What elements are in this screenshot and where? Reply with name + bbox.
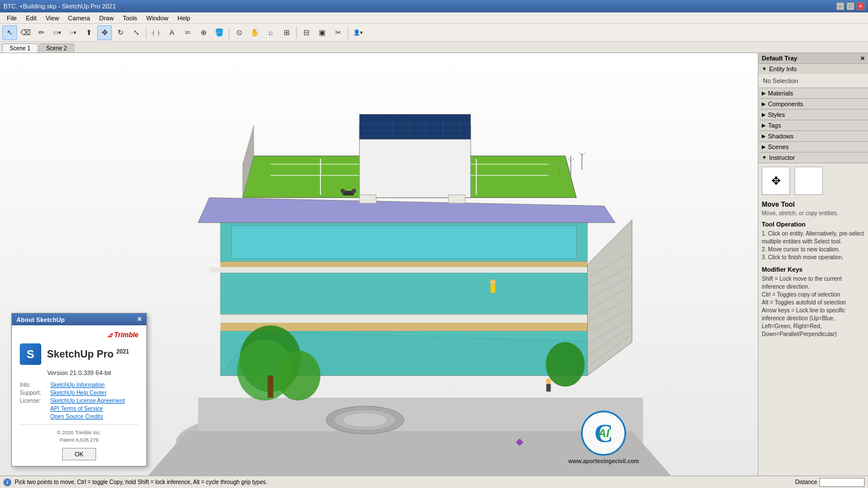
- tool-tape[interactable]: ┤ ├: [149, 25, 163, 40]
- tool-rotate[interactable]: ↻: [113, 25, 128, 40]
- tags-header[interactable]: ▶ Tags: [758, 120, 868, 130]
- title-text: BTC. +Building.skp - SketchUp Pro 2021: [3, 3, 116, 10]
- trimble-brand: ⊿ Trimble: [20, 331, 138, 339]
- minimize-button[interactable]: ─: [836, 2, 844, 10]
- materials-header[interactable]: ▶ Materials: [758, 88, 868, 98]
- license-link[interactable]: SketchUp License Agreement: [50, 398, 125, 404]
- tool-pushpull[interactable]: ⬆: [81, 25, 96, 40]
- scenes-section: ▶ Scenes: [758, 142, 868, 152]
- instructor-panel: ✥ Move Tool Move, stretch, or copy entit…: [758, 163, 868, 476]
- menu-help[interactable]: Help: [173, 14, 195, 23]
- tool-operation-title: Tool Operation: [762, 221, 865, 228]
- tool-3dtext[interactable]: 3D: [180, 25, 195, 40]
- tool-text[interactable]: A: [164, 25, 179, 40]
- about-popup-close[interactable]: ✕: [137, 316, 142, 323]
- menu-view[interactable]: View: [41, 14, 64, 23]
- tool-account[interactable]: 👤▾: [350, 25, 365, 40]
- sep1: [146, 27, 146, 39]
- maximize-button[interactable]: □: [847, 2, 854, 10]
- svg-point-60: [546, 378, 552, 384]
- statusbar: i Pick two points to move. Ctrl = toggle…: [0, 476, 868, 488]
- tool-section-cut[interactable]: ✂: [331, 25, 345, 40]
- svg-marker-6: [220, 315, 588, 323]
- svg-rect-59: [491, 285, 495, 293]
- default-tray-header: Default Tray ✕: [758, 53, 868, 64]
- trimble-text: Trimble: [114, 331, 138, 339]
- components-label: Components: [768, 101, 803, 107]
- info-link[interactable]: SketchUp Information: [50, 382, 105, 388]
- instructor-arrow: ▼: [762, 155, 767, 160]
- svg-marker-7: [220, 273, 588, 315]
- tool-section-plane[interactable]: ⊟: [299, 25, 314, 40]
- license-label: License:: [20, 398, 48, 404]
- tool-select[interactable]: ↖: [2, 25, 17, 40]
- tool-rect[interactable]: ▭▾: [50, 25, 64, 40]
- scene-tabs: Scene 1 Scene 2: [0, 42, 868, 53]
- watermark-logo: C AI: [581, 411, 626, 456]
- tool-paint[interactable]: 🪣: [212, 25, 227, 40]
- svg-marker-9: [220, 262, 588, 267]
- components-section: ▶ Components: [758, 99, 868, 110]
- menu-window[interactable]: Window: [142, 14, 173, 23]
- svg-point-44: [276, 351, 320, 401]
- materials-section: ▶ Materials: [758, 88, 868, 99]
- entity-info-arrow: ▼: [762, 66, 767, 72]
- instructor-icons-row: ✥: [762, 167, 865, 195]
- menu-tools[interactable]: Tools: [118, 14, 142, 23]
- sketchup-product-name: SketchUp Pro 2021: [47, 348, 129, 360]
- modifier-keys-text: Shift = Lock move to the current inferen…: [762, 275, 865, 338]
- svg-point-64: [343, 413, 388, 428]
- about-ok-button[interactable]: OK: [62, 448, 96, 460]
- styles-label: Styles: [768, 111, 785, 118]
- status-text: Pick two points to move. Ctrl = toggle C…: [15, 479, 267, 485]
- info-row: Info: SketchUp Information: [20, 382, 138, 388]
- svg-rect-43: [268, 376, 274, 398]
- menubar: File Edit View Camera Draw Tools Window …: [0, 12, 868, 24]
- menu-file[interactable]: File: [2, 14, 21, 23]
- close-button[interactable]: ✕: [857, 2, 865, 10]
- tool-circle[interactable]: ○▾: [66, 25, 80, 40]
- api-link[interactable]: API Terms of Service: [50, 406, 103, 412]
- tool-move[interactable]: ✥: [97, 25, 112, 40]
- scene-tab-1[interactable]: Scene 1: [2, 43, 38, 53]
- tray-close-button[interactable]: ✕: [860, 55, 865, 62]
- menu-camera[interactable]: Camera: [63, 14, 94, 23]
- scene-tab-2[interactable]: Scene 2: [39, 43, 75, 53]
- tool-pan[interactable]: ✋: [248, 25, 262, 40]
- svg-line-54: [582, 152, 585, 156]
- entity-info-header[interactable]: ▼ Entity Info: [758, 64, 868, 74]
- tool-axes[interactable]: ⊕: [196, 25, 211, 40]
- right-panel: Default Tray ✕ ▼ Entity Info No Selectio…: [758, 53, 868, 476]
- menu-edit[interactable]: Edit: [21, 14, 41, 23]
- toolbar: ↖ ⌫ ✏ ▭▾ ○▾ ⬆ ✥ ↻ ⤡ ┤ ├ A 3D ⊕ 🪣 ⊙ ✋ ⌕ ⊞…: [0, 24, 868, 42]
- tool-zoom[interactable]: ⌕: [263, 25, 278, 40]
- tool-pencil[interactable]: ✏: [34, 25, 49, 40]
- entity-info-label: Entity Info: [769, 66, 797, 72]
- tool-scale[interactable]: ⤡: [129, 25, 144, 40]
- tool-section-fill[interactable]: ▣: [315, 25, 329, 40]
- instructor-section: ▼ Instructor: [758, 152, 868, 163]
- styles-header[interactable]: ▶ Styles: [758, 110, 868, 120]
- watermark-url: www.aportesingecivil.com: [568, 458, 639, 464]
- shadows-arrow: ▶: [762, 133, 766, 139]
- instructor-header[interactable]: ▼ Instructor: [758, 152, 868, 163]
- scenes-header[interactable]: ▶ Scenes: [758, 142, 868, 152]
- license-row: License: SketchUp License Agreement: [20, 398, 138, 404]
- main-layout: About SketchUp ✕ ⊿ Trimble S SketchUp Pr…: [0, 53, 868, 476]
- instructor-icon-move: ✥: [762, 167, 790, 195]
- titlebar: BTC. +Building.skp - SketchUp Pro 2021 ─…: [0, 0, 868, 12]
- tool-zoom-window[interactable]: ⊞: [279, 25, 294, 40]
- modifier-keys-title: Modifier Keys: [762, 266, 865, 273]
- tags-section: ▶ Tags: [758, 120, 868, 131]
- components-header[interactable]: ▶ Components: [758, 99, 868, 109]
- viewport[interactable]: About SketchUp ✕ ⊿ Trimble S SketchUp Pr…: [0, 53, 758, 476]
- support-row: Support: SketchUp Help Center: [20, 390, 138, 396]
- oss-link[interactable]: Open Source Credits: [50, 413, 103, 420]
- distance-input[interactable]: [819, 478, 865, 487]
- sep2: [229, 27, 229, 39]
- menu-draw[interactable]: Draw: [94, 14, 118, 23]
- tool-orbit[interactable]: ⊙: [232, 25, 246, 40]
- shadows-header[interactable]: ▶ Shadows: [758, 131, 868, 141]
- tool-eraser[interactable]: ⌫: [18, 25, 33, 40]
- support-link[interactable]: SketchUp Help Center: [50, 390, 107, 396]
